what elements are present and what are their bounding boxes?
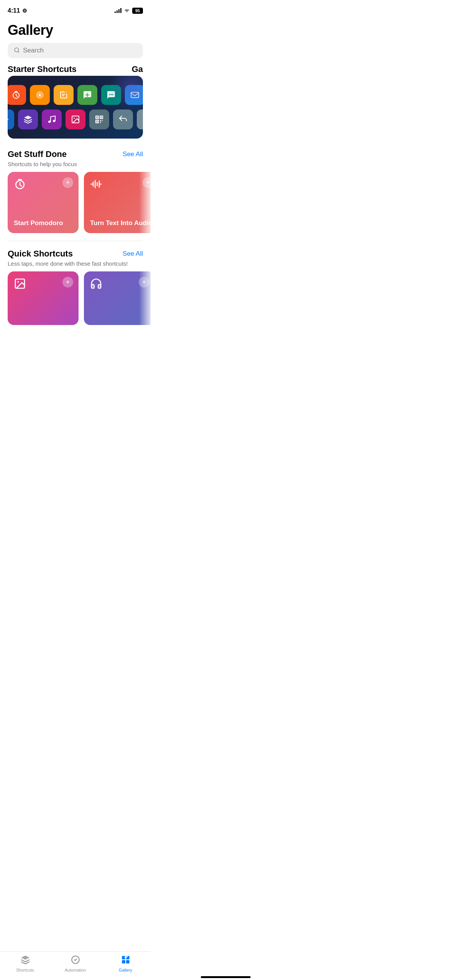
battery-indicator: 95 [132,8,143,14]
qr-icon [89,109,109,129]
time-display: 4:11 [8,7,20,14]
quick-shortcuts-title: Quick Shortcuts [8,249,73,259]
wifi-icon [124,8,130,13]
start-pomodoro-card[interactable]: + Start Pomodoro [8,172,79,233]
pomodoro-card-icon [14,178,26,193]
svg-point-20 [48,121,51,123]
search-icon [14,47,20,54]
svg-line-1 [18,51,19,52]
photos-icon [66,109,85,129]
icon-row-2 [15,109,135,129]
note-icon [54,85,74,105]
headphones-card[interactable]: + [84,271,151,325]
search-bar[interactable] [8,43,143,58]
quick-shortcuts-cards: + + [0,271,151,325]
message-add-icon [77,85,97,105]
photos-card[interactable]: + [8,271,79,325]
svg-point-11 [39,94,41,96]
status-time: 4:11 ⚙ [8,7,27,14]
quick-shortcuts-see-all[interactable]: See All [123,250,143,258]
starter-shortcuts-title: Starter Shortcuts [8,64,77,74]
svg-rect-19 [131,92,139,98]
svg-rect-30 [100,120,101,121]
page-title: Gallery [8,22,143,38]
svg-point-36 [17,281,19,283]
waveform-icon [8,109,14,129]
headphones-add-button[interactable]: + [139,277,149,287]
svg-point-21 [53,120,55,122]
headphones-shortcut-icon [90,278,102,292]
share-arrow-icon [113,109,133,129]
layers-icon [18,109,38,129]
starter-banner[interactable] [8,76,143,139]
svg-point-17 [110,94,112,95]
svg-point-18 [112,94,113,95]
screenshot-icon [137,109,143,129]
starter-banner-container [0,76,151,146]
pomodoro-card-title: Start Pomodoro [14,219,72,227]
search-container [0,43,151,64]
svg-rect-31 [102,120,103,121]
svg-rect-29 [97,121,98,122]
search-input[interactable] [23,47,137,54]
audio-add-button[interactable]: + [143,177,151,188]
signal-strength [115,8,121,13]
audio-card-title: Turn Text Into Audio [90,219,151,227]
get-stuff-done-see-all[interactable]: See All [123,150,143,158]
svg-rect-25 [97,117,98,118]
svg-rect-32 [100,122,101,123]
quick-shortcuts-header: Quick Shortcuts See All [0,249,151,260]
gallery-peek-label: Ga [132,64,143,74]
timer-icon [8,85,26,105]
pomodoro-add-button[interactable]: + [62,177,73,188]
get-stuff-done-cards: + Start Pomodoro + Turn Text Into Audio [0,172,151,233]
quick-shortcuts-subtitle: Less taps, more done with these fast sho… [0,260,151,271]
svg-point-16 [109,94,110,95]
get-stuff-done-title: Get Stuff Done [8,149,67,159]
photos-add-button[interactable]: + [62,277,73,287]
svg-point-0 [15,48,19,52]
starter-shortcuts-header: Starter Shortcuts Ga [0,64,151,76]
icon-row-1 [15,85,135,105]
status-icons: 95 [115,8,143,14]
speech-bubble-icon [101,85,121,105]
get-stuff-done-header: Get Stuff Done See All [0,149,151,161]
svg-rect-27 [101,117,102,118]
section-divider [8,241,143,241]
music-icon [42,109,62,129]
svg-point-23 [74,118,75,119]
audio-card-icon [90,178,102,193]
turn-text-audio-card[interactable]: + Turn Text Into Audio [84,172,151,233]
mail-icon [125,85,143,105]
get-stuff-done-subtitle: Shortcuts to help you focus [0,161,151,172]
broadcast-icon [30,85,50,105]
status-bar: 4:11 ⚙ 95 [0,0,151,19]
gear-icon: ⚙ [22,8,27,14]
page-header: Gallery [0,19,151,43]
photos-shortcut-icon [14,278,26,292]
